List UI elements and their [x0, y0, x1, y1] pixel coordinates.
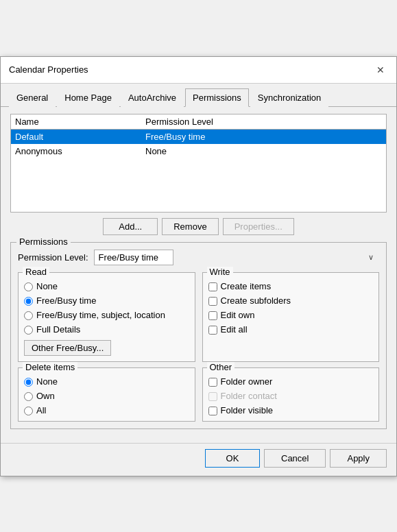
read-legend: Read [23, 267, 49, 277]
permission-level-label: Permission Level: [18, 252, 88, 263]
table-action-buttons: Add... Remove Properties... [10, 218, 387, 235]
other-visible-option: Folder visible [208, 405, 374, 415]
delete-none-radio[interactable] [24, 378, 33, 387]
col-level: Permission Level [145, 117, 382, 127]
tab-permissions[interactable]: Permissions [185, 88, 249, 107]
table-row[interactable]: Anonymous None [11, 144, 386, 158]
other-visible-checkbox[interactable] [208, 407, 217, 415]
row-name: Anonymous [15, 146, 145, 156]
dialog-title: Calendar Properties [9, 64, 88, 75]
ok-button[interactable]: OK [205, 449, 260, 468]
close-button[interactable]: ✕ [373, 62, 388, 77]
other-owner-option: Folder owner [208, 376, 374, 387]
table-row[interactable]: Default Free/Busy time [11, 130, 386, 144]
delete-all-option: All [24, 405, 189, 415]
other-section: Other Folder owner Folder contact Folder… [202, 367, 380, 422]
read-section: Read None Free/Busy time Free/Busy time,… [18, 272, 195, 362]
read-fbsubject-option: Free/Busy time, subject, location [24, 310, 189, 320]
permission-level-row: Permission Level: Free/Busy time None Re… [18, 250, 379, 265]
delete-all-radio[interactable] [24, 407, 33, 415]
row-name: Default [15, 132, 145, 142]
other-visible-label: Folder visible [221, 405, 274, 415]
col-name: Name [15, 117, 145, 127]
properties-button[interactable]: Properties... [223, 218, 294, 235]
tab-content: Name Permission Level Default Free/Busy … [1, 107, 396, 443]
read-freebusy-radio[interactable] [24, 297, 33, 306]
tab-general[interactable]: General [9, 88, 56, 107]
read-freebusy-label: Free/Busy time [36, 295, 96, 306]
read-none-option: None [24, 281, 189, 291]
read-none-label: None [36, 281, 58, 291]
write-section: Write Create items Create subfolders Edi… [202, 272, 380, 362]
read-freebusy-option: Free/Busy time [24, 295, 189, 306]
permissions-section: Permissions Permission Level: Free/Busy … [10, 242, 387, 429]
permission-level-select-wrapper: Free/Busy time None Reviewer Author Edit… [94, 250, 379, 265]
write-editall-option: Edit all [208, 324, 374, 335]
row-level: Free/Busy time [145, 132, 382, 142]
write-subfolders-checkbox[interactable] [208, 297, 217, 306]
write-legend: Write [207, 267, 233, 277]
title-bar: Calendar Properties ✕ [1, 57, 396, 84]
cancel-button[interactable]: Cancel [264, 449, 326, 468]
write-editown-checkbox[interactable] [208, 311, 217, 320]
other-owner-checkbox[interactable] [208, 378, 217, 387]
tab-autoarchive[interactable]: AutoArchive [121, 88, 184, 107]
calendar-properties-dialog: Calendar Properties ✕ General Home Page … [0, 56, 397, 476]
other-contact-label: Folder contact [221, 391, 277, 401]
tab-synchronization[interactable]: Synchronization [250, 88, 329, 107]
write-create-label: Create items [221, 281, 272, 291]
write-create-option: Create items [208, 281, 374, 291]
write-editall-label: Edit all [221, 324, 248, 335]
permission-level-select[interactable]: Free/Busy time None Reviewer Author Edit… [94, 250, 173, 265]
write-editown-label: Edit own [221, 310, 255, 320]
other-contact-checkbox[interactable] [208, 392, 217, 401]
other-owner-label: Folder owner [221, 376, 273, 387]
write-subfolders-label: Create subfolders [221, 295, 291, 306]
other-contact-option: Folder contact [208, 391, 374, 401]
delete-other-columns: Delete items None Own All [18, 367, 379, 422]
write-editown-option: Edit own [208, 310, 374, 320]
permissions-legend: Permissions [16, 237, 71, 247]
delete-own-radio[interactable] [24, 392, 33, 401]
write-create-checkbox[interactable] [208, 282, 217, 291]
delete-own-label: Own [36, 391, 55, 401]
delete-own-option: Own [24, 391, 189, 401]
add-button[interactable]: Add... [103, 218, 158, 235]
footer-buttons: OK Cancel Apply [1, 443, 396, 476]
delete-legend: Delete items [23, 362, 77, 372]
apply-button[interactable]: Apply [330, 449, 387, 468]
read-none-radio[interactable] [24, 282, 33, 291]
write-editall-checkbox[interactable] [208, 326, 217, 335]
delete-none-label: None [36, 376, 58, 387]
read-full-radio[interactable] [24, 326, 33, 335]
write-subfolders-option: Create subfolders [208, 295, 374, 306]
read-fbsubject-label: Free/Busy time, subject, location [36, 310, 165, 320]
read-write-columns: Read None Free/Busy time Free/Busy time,… [18, 272, 379, 362]
users-table: Name Permission Level Default Free/Busy … [10, 114, 387, 213]
tab-bar: General Home Page AutoArchive Permission… [1, 84, 396, 107]
read-full-label: Full Details [36, 324, 80, 335]
other-legend: Other [207, 362, 235, 372]
delete-section: Delete items None Own All [18, 367, 195, 422]
delete-all-label: All [36, 405, 46, 415]
read-fbsubject-radio[interactable] [24, 311, 33, 320]
read-full-option: Full Details [24, 324, 189, 335]
table-body: Default Free/Busy time Anonymous None [11, 130, 386, 212]
remove-button[interactable]: Remove [162, 218, 218, 235]
other-freebusy-button[interactable]: Other Free/Busy... [24, 340, 111, 356]
table-header: Name Permission Level [11, 114, 386, 130]
delete-none-option: None [24, 376, 189, 387]
row-level: None [145, 146, 382, 156]
tab-homepage[interactable]: Home Page [57, 88, 119, 107]
